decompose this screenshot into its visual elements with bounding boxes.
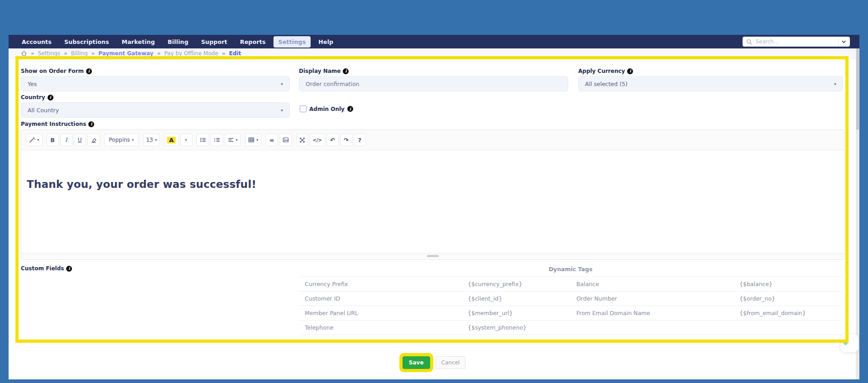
breadcrumb-settings[interactable]: Settings (38, 50, 60, 57)
payment-instructions-label: Payment Instructionsi (21, 121, 94, 127)
info-icon[interactable]: i (48, 95, 53, 101)
fullscreen-button[interactable] (296, 134, 308, 146)
ordered-list-icon (214, 137, 220, 143)
widget-dot-icon (844, 341, 848, 345)
editor-content-area[interactable]: Thank you, your order was successful! (21, 150, 844, 253)
nav-item-settings[interactable]: Settings (273, 36, 311, 48)
display-name-label: Display Namei (299, 68, 349, 74)
select-caret-icon: ▾ (281, 81, 283, 86)
tag-name: Balance (571, 281, 734, 287)
dynamic-tags-title: Dynamic Tags (299, 266, 842, 273)
ordered-list-button[interactable] (211, 134, 223, 146)
save-button[interactable]: Save (403, 356, 430, 369)
tag-name: Member Panel URL (299, 310, 462, 316)
global-search (743, 37, 850, 47)
nav-item-reports[interactable]: Reports (235, 36, 271, 48)
tag-name: Currency Prefix (299, 281, 462, 287)
italic-button[interactable]: I (60, 134, 72, 146)
select-caret-icon: ▾ (281, 108, 283, 113)
tag-value: {$order_no} (734, 295, 842, 302)
nav-item-support[interactable]: Support (196, 36, 232, 48)
tag-value: {$system_phoneno} (462, 324, 571, 331)
breadcrumb-edit: Edit (229, 50, 241, 57)
underline-button[interactable]: U (74, 134, 86, 146)
clear-format-button[interactable] (87, 134, 100, 146)
info-icon[interactable]: i (86, 68, 92, 74)
table-row: Currency Prefix {$currency_prefix} Balan… (299, 277, 842, 292)
nav-item-help[interactable]: Help (313, 36, 338, 48)
image-button[interactable] (279, 134, 292, 146)
help-button[interactable]: ? (354, 134, 366, 146)
info-icon[interactable]: i (343, 68, 349, 74)
more-color-button[interactable]: ▾ (180, 134, 192, 146)
redo-button[interactable]: ↷ (340, 134, 352, 146)
dynamic-tags-table: Currency Prefix {$currency_prefix} Balan… (299, 277, 842, 335)
style-magic-button[interactable]: ▾ (26, 134, 43, 146)
select-caret-icon: ▾ (834, 81, 836, 86)
table-row: Customer ID {$client_id} Order Number {$… (299, 292, 842, 306)
table-button[interactable]: ▾ (245, 134, 262, 146)
admin-only-checkbox[interactable] (300, 105, 307, 112)
undo-button[interactable]: ↶ (326, 134, 339, 146)
breadcrumb-billing[interactable]: Billing (71, 50, 88, 57)
tag-value: {$client_id} (462, 295, 571, 302)
nav-item-billing[interactable]: Billing (163, 36, 193, 48)
home-icon[interactable] (21, 50, 27, 57)
tag-name: Telephone (299, 324, 462, 331)
apply-currency-label: Apply Currencyi (578, 68, 633, 74)
editor-resize-bar[interactable] (21, 253, 844, 259)
scrollbar-thumb[interactable] (856, 48, 859, 130)
apply-currency-select[interactable]: All selected (5)▾ (578, 76, 843, 91)
breadcrumb-payment-gateway[interactable]: Payment Gateway (98, 50, 153, 57)
code-view-button[interactable]: </> (310, 134, 325, 146)
show-on-order-form-label: Show on Order Formi (21, 68, 92, 74)
info-icon[interactable]: i (627, 68, 633, 74)
scroll-top-widget[interactable] (840, 334, 858, 352)
link-icon: ∞ (269, 137, 274, 144)
font-size-button[interactable]: 13 ▾ (143, 134, 160, 146)
editor-toolbar: ▾ B I U Poppins ▾ 13 ▾ (21, 130, 844, 150)
table-row: Member Panel URL {$member_url} From Emai… (299, 306, 842, 321)
image-icon (283, 137, 289, 143)
info-icon[interactable]: i (88, 121, 94, 127)
nav-item-marketing[interactable]: Marketing (117, 36, 160, 48)
search-input[interactable] (755, 38, 838, 45)
search-divider (838, 38, 839, 45)
breadcrumb: » Settings » Billing » Payment Gateway »… (9, 48, 859, 59)
fullscreen-icon (299, 137, 305, 143)
show-on-order-form-select[interactable]: Yes▾ (21, 76, 290, 91)
nav-item-subscriptions[interactable]: Subscriptions (59, 36, 114, 48)
breadcrumb-pay-by-offline-mode[interactable]: Pay by Offline Mode (164, 50, 218, 57)
country-label: Countryi (21, 94, 53, 101)
app-window: Accounts Subscriptions Marketing Billing… (9, 35, 859, 379)
country-select[interactable]: All Country▾ (21, 102, 290, 118)
font-family-button[interactable]: Poppins ▾ (104, 134, 139, 146)
bold-button[interactable]: B (47, 134, 59, 146)
admin-only-field: Admin Onlyi (300, 105, 353, 112)
cancel-button[interactable]: Cancel (436, 356, 466, 369)
table-row: Telephone {$system_phoneno} (299, 321, 842, 335)
custom-fields-label: Custom Fieldsi (21, 265, 72, 272)
tag-name: Customer ID (299, 295, 462, 302)
payment-instructions-editor: ▾ B I U Poppins ▾ 13 ▾ (21, 129, 844, 260)
search-icon (746, 39, 752, 45)
display-name-input[interactable] (299, 76, 568, 91)
tag-value: {$currency_prefix} (462, 281, 571, 287)
editor-text: Thank you, your order was successful! (27, 178, 839, 190)
magic-wand-icon (29, 137, 35, 143)
unordered-list-icon (200, 137, 206, 143)
font-color-button[interactable]: A (164, 134, 178, 146)
font-color-icon: A (167, 137, 175, 144)
link-button[interactable]: ∞ (266, 134, 278, 146)
vertical-scrollbar[interactable] (856, 48, 859, 379)
unordered-list-button[interactable] (197, 134, 209, 146)
nav-item-accounts[interactable]: Accounts (17, 36, 57, 48)
tag-name: Order Number (571, 295, 734, 302)
paragraph-align-button[interactable]: ▾ (225, 134, 241, 146)
info-icon[interactable]: i (66, 266, 72, 272)
info-icon[interactable]: i (347, 106, 353, 112)
align-icon (228, 137, 234, 143)
chevron-down-icon[interactable] (841, 39, 850, 44)
eraser-icon (91, 137, 97, 143)
form-actions: Save Cancel (9, 356, 859, 369)
